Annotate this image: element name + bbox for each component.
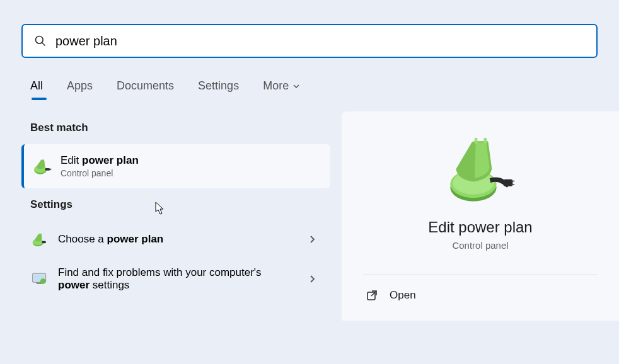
tab-settings[interactable]: Settings <box>198 79 239 99</box>
best-match-subtitle: Control panel <box>61 168 139 178</box>
settings-result-title: Choose a power plan <box>58 233 163 246</box>
preview-title: Edit power plan <box>428 219 532 236</box>
settings-result-troubleshoot[interactable]: Find and fix problems with your computer… <box>21 258 330 300</box>
chevron-down-icon <box>292 82 300 90</box>
tab-more[interactable]: More <box>263 79 300 99</box>
section-best-match: Best match <box>30 122 330 134</box>
search-icon <box>34 35 47 47</box>
tab-all[interactable]: All <box>30 79 43 99</box>
search-input[interactable] <box>55 34 585 48</box>
tab-more-label: More <box>263 79 289 93</box>
svg-rect-18 <box>484 138 487 144</box>
search-box[interactable] <box>21 24 598 58</box>
svg-rect-21 <box>512 184 515 185</box>
settings-result-choose-plan[interactable]: Choose a power plan <box>21 221 330 258</box>
preview-power-icon <box>446 137 515 206</box>
chevron-right-icon <box>309 275 315 283</box>
svg-rect-17 <box>475 138 478 144</box>
preview-pane: Edit power plan Control panel Open <box>342 111 619 321</box>
chevron-right-icon <box>309 235 315 244</box>
svg-point-13 <box>40 278 46 284</box>
svg-line-1 <box>42 43 45 46</box>
open-action[interactable]: Open <box>363 275 598 302</box>
power-plan-icon <box>33 157 52 176</box>
svg-rect-20 <box>512 181 515 182</box>
svg-rect-4 <box>45 168 50 171</box>
power-plan-small-icon <box>30 230 49 249</box>
filter-tabs: All Apps Documents Settings More <box>0 58 619 99</box>
results-list: Best match Edit power plan Control panel… <box>21 111 330 321</box>
svg-rect-6 <box>49 169 51 170</box>
settings-result-title: Find and fix problems with your computer… <box>58 266 285 292</box>
preview-subtitle: Control panel <box>452 240 508 251</box>
section-settings: Settings <box>30 198 330 211</box>
tab-documents[interactable]: Documents <box>117 79 174 99</box>
best-match-result[interactable]: Edit power plan Control panel <box>21 144 330 188</box>
svg-rect-9 <box>42 241 46 244</box>
svg-rect-5 <box>49 169 51 169</box>
best-match-title: Edit power plan <box>61 154 139 167</box>
open-external-icon <box>366 289 378 302</box>
tab-apps[interactable]: Apps <box>67 79 93 99</box>
svg-point-0 <box>36 37 43 44</box>
open-label: Open <box>390 289 416 302</box>
svg-rect-19 <box>504 179 513 186</box>
troubleshoot-icon <box>30 270 49 288</box>
